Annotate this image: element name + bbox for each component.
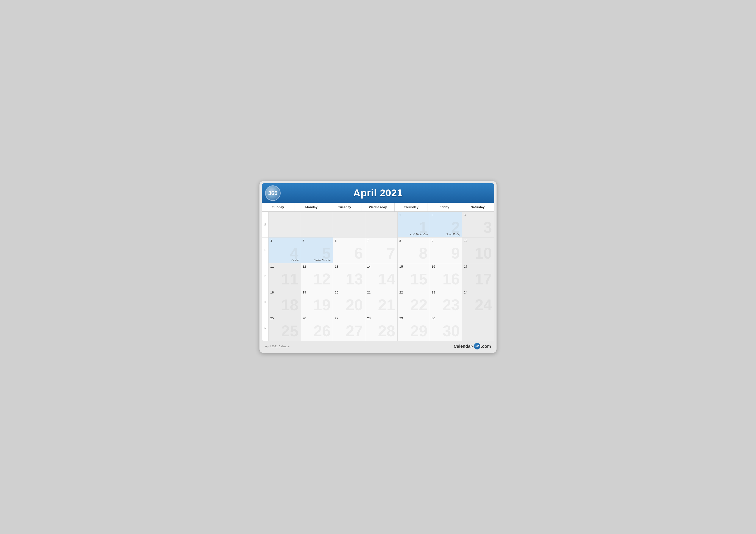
day-cell-21: 2121: [365, 289, 398, 315]
day-watermark: 13: [346, 271, 363, 287]
day-number: 23: [432, 291, 460, 294]
day-cell-18: 1818: [269, 289, 301, 315]
day-watermark: 17: [475, 271, 492, 287]
day-cell-17: 1717: [462, 263, 494, 289]
day-cell-22: 2222: [398, 289, 430, 315]
day-cell-empty: [462, 315, 494, 341]
week-number-15: 15: [262, 263, 269, 289]
day-number: 27: [335, 316, 363, 320]
day-number: 9: [432, 239, 460, 242]
day-cell-19: 1919: [301, 289, 333, 315]
day-watermark: 18: [281, 297, 298, 313]
day-cell-13: 1313: [333, 263, 365, 289]
day-number: 6: [335, 239, 363, 242]
day-number: 10: [464, 239, 493, 242]
day-header-friday: Friday: [428, 203, 461, 212]
holiday-label: April Fool's Day: [399, 233, 428, 236]
day-cell-12: 1212: [301, 263, 333, 289]
day-number: 17: [464, 265, 493, 268]
day-number: 7: [367, 239, 396, 242]
day-cell-4: 44Easter: [269, 238, 301, 263]
week-number-16: 16: [262, 289, 269, 315]
day-cell-28: 2828: [365, 315, 398, 341]
day-watermark: 25: [281, 323, 298, 339]
days-header: Sunday Monday Tuesday Wednesday Thursday…: [262, 203, 494, 212]
header-title: April 2021: [266, 187, 490, 199]
day-number: 15: [399, 265, 428, 268]
day-number: 1: [399, 213, 428, 216]
day-cell-23: 2323: [430, 289, 462, 315]
day-cell-27: 2727: [333, 315, 365, 341]
day-number: 8: [399, 239, 428, 242]
week-number-17: 17: [262, 315, 269, 341]
day-cell-8: 88: [398, 238, 430, 263]
day-header-monday: Monday: [295, 203, 328, 212]
day-number: 28: [367, 316, 396, 320]
day-number: 18: [270, 291, 299, 294]
day-watermark: 28: [378, 323, 395, 339]
day-header-thursday: Thursday: [394, 203, 428, 212]
holiday-label: Easter Monday: [303, 259, 331, 262]
holiday-label: Easter: [270, 259, 299, 262]
day-number: 5: [303, 239, 331, 242]
day-watermark: 26: [313, 323, 331, 339]
day-watermark: 21: [378, 297, 395, 313]
day-number: 16: [432, 265, 460, 268]
day-watermark: 23: [443, 297, 460, 313]
day-watermark: 24: [475, 297, 492, 313]
day-cell-5: 55Easter Monday: [301, 238, 333, 263]
day-watermark: 11: [281, 271, 298, 287]
day-cell-26: 2626: [301, 315, 333, 341]
day-watermark: 19: [313, 297, 331, 313]
day-cell-11: 1111: [269, 263, 301, 289]
day-watermark: 12: [313, 271, 331, 287]
day-number: 11: [270, 265, 299, 268]
day-cell-14: 1414: [365, 263, 398, 289]
day-header-saturday: Saturday: [461, 203, 494, 212]
day-number: 20: [335, 291, 363, 294]
day-number: 2: [432, 213, 460, 216]
day-number: 24: [464, 291, 493, 294]
day-cell-20: 2020: [333, 289, 365, 315]
calendar-header: 365 April 2021: [262, 183, 494, 203]
day-cell-empty: [365, 212, 398, 238]
day-number: 21: [367, 291, 396, 294]
day-watermark: 22: [410, 297, 427, 313]
week-number-13: 13: [262, 212, 269, 238]
day-number: 29: [399, 316, 428, 320]
calendar-footer: April 2021 Calendar Calendar- 365 .com: [262, 341, 494, 351]
day-watermark: 29: [410, 323, 427, 339]
day-watermark: 30: [443, 323, 460, 339]
footer-left-text: April 2021 Calendar: [265, 345, 290, 348]
footer-logo-suffix: .com: [481, 344, 491, 349]
day-number: 19: [303, 291, 331, 294]
day-number: 3: [464, 213, 493, 216]
day-number: 12: [303, 265, 331, 268]
week-number-14: 14: [262, 238, 269, 263]
day-watermark: 3: [483, 220, 492, 235]
day-number: 25: [270, 316, 299, 320]
day-header-sunday: Sunday: [262, 203, 295, 212]
day-cell-9: 99: [430, 238, 462, 263]
day-cell-24: 2424: [462, 289, 494, 315]
day-number: 14: [367, 265, 396, 268]
day-header-wednesday: Wednesday: [362, 203, 394, 212]
day-watermark: 15: [410, 271, 427, 287]
day-cell-10: 1010: [462, 238, 494, 263]
day-watermark: 8: [419, 245, 428, 261]
holiday-label: Good Friday: [432, 233, 460, 236]
day-cell-empty: [333, 212, 365, 238]
day-cell-2: 22Good Friday: [430, 212, 462, 238]
day-watermark: 20: [346, 297, 363, 313]
day-cell-empty: [301, 212, 333, 238]
day-number: 22: [399, 291, 428, 294]
day-watermark: 27: [346, 323, 363, 339]
calendar-body: Sunday Monday Tuesday Wednesday Thursday…: [262, 203, 494, 341]
day-cell-3: 33: [462, 212, 494, 238]
day-number: 13: [335, 265, 363, 268]
day-cell-29: 2929: [398, 315, 430, 341]
day-watermark: 16: [443, 271, 460, 287]
day-cell-empty: [269, 212, 301, 238]
day-cell-1: 11April Fool's Day: [398, 212, 430, 238]
calendar-wrapper: 365 April 2021 Sunday Monday Tuesday Wed…: [259, 181, 497, 353]
